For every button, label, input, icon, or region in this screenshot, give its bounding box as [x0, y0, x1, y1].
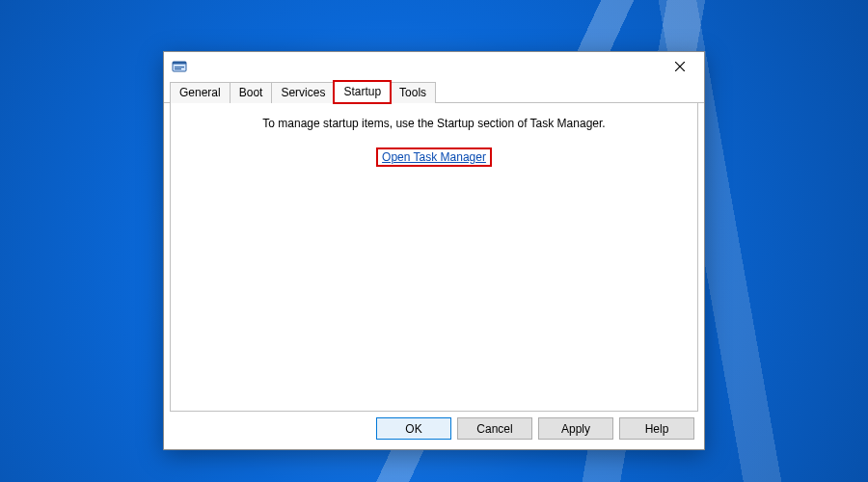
apply-button[interactable]: Apply: [538, 417, 613, 440]
desktop-wallpaper: General Boot Services Startup Tools To m…: [0, 0, 868, 482]
svg-rect-1: [173, 62, 186, 65]
msconfig-window: General Boot Services Startup Tools To m…: [163, 51, 705, 450]
titlebar-left: [172, 59, 187, 74]
close-button[interactable]: [662, 54, 698, 79]
tab-general[interactable]: General: [170, 82, 231, 103]
open-task-manager-link[interactable]: Open Task Manager: [382, 150, 486, 164]
svg-rect-2: [175, 67, 184, 67]
help-button[interactable]: Help: [619, 417, 694, 440]
msconfig-icon: [172, 59, 187, 74]
titlebar: [164, 52, 704, 81]
tab-content-startup: To manage startup items, use the Startup…: [170, 103, 698, 412]
tab-strip: General Boot Services Startup Tools: [164, 81, 704, 103]
close-icon: [675, 62, 685, 71]
button-bar: OK Cancel Apply Help: [164, 417, 704, 449]
startup-message: To manage startup items, use the Startup…: [171, 117, 697, 130]
cancel-button[interactable]: Cancel: [457, 417, 532, 440]
open-task-manager-highlight: Open Task Manager: [376, 147, 492, 167]
ok-button[interactable]: OK: [376, 417, 451, 440]
tab-startup[interactable]: Startup: [334, 81, 391, 103]
tab-tools[interactable]: Tools: [390, 82, 436, 103]
tab-services[interactable]: Services: [271, 82, 335, 103]
tab-boot[interactable]: Boot: [230, 82, 273, 103]
svg-rect-3: [175, 68, 181, 69]
